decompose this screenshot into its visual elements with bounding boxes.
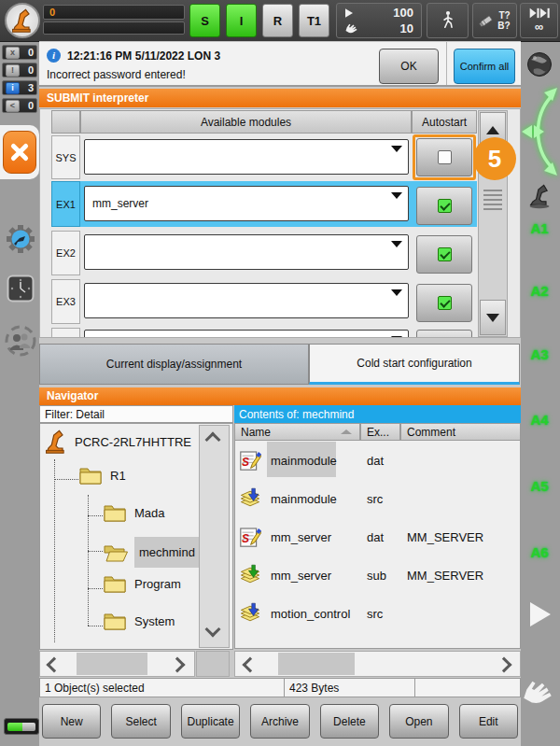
status-key-submit[interactable]: S xyxy=(189,4,220,37)
scroll-grip[interactable] xyxy=(483,194,502,196)
axis-key-a4[interactable]: A4 xyxy=(522,412,557,428)
contents-hscroll-grip[interactable] xyxy=(278,653,355,675)
status-key-run[interactable]: R xyxy=(262,4,293,37)
tree-item-label: Program xyxy=(134,577,181,591)
hand-guide-key[interactable] xyxy=(523,680,553,708)
tree-scroll-down-button[interactable] xyxy=(207,624,218,638)
column-header-name[interactable]: Name xyxy=(234,423,360,441)
dropdown-arrow-icon xyxy=(391,336,402,337)
scroll-grip[interactable] xyxy=(483,204,502,205)
module-dropdown-ex3[interactable] xyxy=(84,283,409,318)
robot-arm-icon xyxy=(9,7,35,34)
chevron-right-icon xyxy=(170,657,186,673)
axis-key-a6[interactable]: A6 xyxy=(522,544,557,560)
program-status-field[interactable] xyxy=(43,21,185,35)
module-dropdown-partial[interactable] xyxy=(84,330,409,337)
tree-item-r1[interactable]: R1 xyxy=(78,465,126,486)
file-row[interactable]: motion_control src xyxy=(239,596,519,631)
tool-icon xyxy=(479,13,494,28)
settings-button[interactable] xyxy=(6,224,35,257)
confirm-all-button[interactable]: Confirm all xyxy=(454,49,515,84)
delete-button[interactable]: Delete xyxy=(320,704,379,739)
jog-direction-control[interactable] xyxy=(520,86,559,180)
base-label: B? xyxy=(497,21,510,31)
tab-cold-start-configuration[interactable]: Cold start configuration xyxy=(309,344,520,385)
archive-button[interactable]: Archive xyxy=(250,704,309,739)
axis-key-a5[interactable]: A5 xyxy=(522,478,557,494)
tree-hscroll-left-button[interactable] xyxy=(49,659,60,673)
file-comment: MM_SERVER xyxy=(407,569,483,583)
tree-item-label: Mada xyxy=(134,506,165,520)
tree-hscroll-grip[interactable] xyxy=(77,653,147,675)
contents-hscroll-right-button[interactable] xyxy=(498,659,510,673)
column-header-ext[interactable]: Ex... xyxy=(360,423,400,441)
tab-current-display[interactable]: Current display/assignment xyxy=(39,344,309,385)
status-key-drives[interactable]: I xyxy=(226,4,257,37)
error-message-counter[interactable]: x0 xyxy=(2,45,37,60)
file-row[interactable]: S mainmodule dat xyxy=(239,443,519,478)
axis-key-a2[interactable]: A2 xyxy=(522,283,557,299)
connection-toggle[interactable] xyxy=(4,718,39,735)
tool-base-button[interactable]: T? B? xyxy=(472,3,517,38)
file-row[interactable]: S mm_server dat MM_SERVER xyxy=(239,519,519,555)
scroll-grip[interactable] xyxy=(483,190,502,191)
tree-scrollbar[interactable] xyxy=(199,425,230,648)
autostart-checkbox-ex1[interactable] xyxy=(416,187,472,225)
autostart-checkbox-partial[interactable] xyxy=(416,330,472,337)
new-button[interactable]: New xyxy=(42,704,101,739)
ack-message-counter[interactable]: <0 xyxy=(2,98,37,113)
file-name: mainmodule xyxy=(271,454,337,468)
edit-button[interactable]: Edit xyxy=(459,704,518,739)
tree-hscroll-right-button[interactable] xyxy=(172,659,183,673)
filter-header[interactable]: Filter: Detail xyxy=(39,405,233,423)
override-button[interactable]: 100 10 xyxy=(336,3,422,38)
robot-jog-mode-button[interactable] xyxy=(525,183,553,212)
contents-hscroll-left-button[interactable] xyxy=(245,659,256,673)
jog-mode-button[interactable] xyxy=(427,3,469,38)
tree-scroll-up-button[interactable] xyxy=(207,434,218,448)
axis-key-a1[interactable]: A1 xyxy=(522,220,557,236)
module-dropdown-ex1[interactable]: mm_server xyxy=(84,186,409,221)
tree-connector xyxy=(88,551,103,552)
select-button[interactable]: Select xyxy=(111,704,170,739)
robot-logo-icon xyxy=(5,3,40,38)
tree-item-mada[interactable]: Mada xyxy=(103,502,165,523)
file-row[interactable]: mainmodule src xyxy=(239,481,519,516)
axis-key-a3[interactable]: A3 xyxy=(522,346,557,362)
ok-button[interactable]: OK xyxy=(379,49,439,84)
duplicate-button[interactable]: Duplicate xyxy=(181,704,240,739)
user-group-button[interactable] xyxy=(5,325,36,359)
arrow-up-icon xyxy=(486,126,499,134)
scroll-grip[interactable] xyxy=(483,199,502,201)
module-dropdown-ex2[interactable] xyxy=(84,234,409,270)
warning-message-counter[interactable]: !0 xyxy=(2,63,37,77)
focus-highlight xyxy=(413,134,476,180)
tree-item-program[interactable]: Program xyxy=(103,573,181,594)
step-mode-button[interactable]: ∞ xyxy=(520,3,558,38)
dropdown-arrow-icon xyxy=(391,146,402,152)
autostart-checkbox-ex2[interactable] xyxy=(416,235,472,274)
column-header-comment[interactable]: Comment xyxy=(400,423,521,441)
close-icon xyxy=(9,142,30,162)
file-row[interactable]: mm_server sub MM_SERVER xyxy=(239,557,519,593)
scroll-grip[interactable] xyxy=(483,208,502,210)
autostart-checkbox-ex3[interactable] xyxy=(416,284,472,322)
svg-text:S: S xyxy=(242,532,249,545)
close-button[interactable] xyxy=(3,131,36,174)
info-message-counter[interactable]: i3 xyxy=(2,80,37,95)
contents-header: Contents of: mechmind xyxy=(234,405,521,423)
tree-item-robot[interactable]: PCRC-2RL7HHTTRE (KRC xyxy=(43,429,192,455)
status-key-opmode[interactable]: T1 xyxy=(299,4,329,37)
clock-button[interactable] xyxy=(7,274,35,305)
program-name-field[interactable]: 0 xyxy=(43,5,185,20)
world-button[interactable] xyxy=(526,51,553,80)
scroll-down-button[interactable] xyxy=(480,300,506,335)
tree-item-mechmind[interactable]: mechmind xyxy=(103,537,200,568)
folder-icon xyxy=(103,573,127,594)
robot-small-icon xyxy=(525,183,553,209)
tree-item-system[interactable]: System xyxy=(103,611,175,631)
row-label-ex3: EX3 xyxy=(51,279,80,324)
module-dropdown-sys[interactable] xyxy=(84,139,409,175)
start-key[interactable] xyxy=(530,602,551,626)
open-button[interactable]: Open xyxy=(389,704,448,739)
